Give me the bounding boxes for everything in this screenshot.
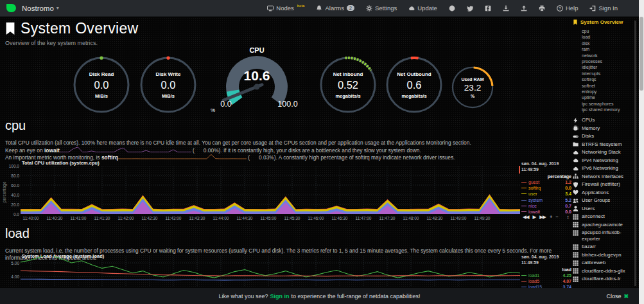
sidebar-item-apacheguacamole[interactable]: apacheguacamole	[573, 220, 637, 229]
grid-icon	[573, 260, 579, 266]
legend-row-load1[interactable]: load14.25	[521, 273, 573, 278]
nav-item-alarms[interactable]: Alarms2	[310, 4, 360, 12]
sidebar-item-bazarr[interactable]: bazarr	[573, 243, 637, 251]
grid-icon	[573, 268, 579, 274]
gauge-cpu[interactable]: CPU 10.6 0.0 100.0 %	[207, 46, 307, 109]
sidebar-subitem-uptime[interactable]: uptime	[582, 94, 637, 100]
chevron-down-icon[interactable]: ▾	[57, 5, 59, 11]
sidebar-item-users[interactable]: Users	[573, 204, 637, 213]
sidebar-item-binhex-delugevpn[interactable]: binhex-delugevpn	[573, 251, 637, 259]
sidebar-subitem-entropy[interactable]: entropy	[582, 89, 637, 94]
sidebar-item-label: binhex-delugevpn	[582, 252, 622, 258]
nav-item-signin[interactable]: Sign In	[584, 4, 623, 12]
sidebar-item-firewall-netfilter-[interactable]: Firewall (netfilter)	[573, 181, 637, 189]
sidebar-item-ipv6-networking[interactable]: IPv6 Networking	[573, 165, 637, 173]
sidebar-item-btrfs-filesystem[interactable]: BTRFS filesystem	[573, 140, 637, 148]
hostname-dropdown[interactable]: Nostromo	[22, 4, 54, 12]
sidebar-item-cpus[interactable]: CPUs	[573, 116, 637, 125]
legend-series-name: nice	[528, 204, 537, 208]
nav-item-help[interactable]: ?Help	[551, 4, 584, 12]
sidebar-item-apcupsd-influxdb-exporter[interactable]: apcupsd-influxdb-exporter	[573, 229, 637, 243]
sidebar-item-memory[interactable]: Memory	[573, 124, 637, 132]
gauge-disk-write[interactable]: Disk Write 0.0 MiB/s	[139, 55, 198, 114]
legend-row-load5[interactable]: load54.07	[521, 278, 573, 284]
gauge-used-ram[interactable]: Used RAM 23.2 %	[451, 66, 494, 109]
sidebar-subitem-ipc-semaphores[interactable]: ipc semaphores	[582, 101, 637, 107]
sidebar-subitem-ipc-shared-memory[interactable]: ipc shared memory	[582, 107, 637, 112]
play-icon[interactable]: ▶	[533, 214, 536, 220]
sidebar-item-system-overview[interactable]: System Overview	[573, 19, 637, 25]
skip-forward-icon[interactable]: ▶▶	[539, 214, 546, 220]
sidebar-subitem-network[interactable]: network	[582, 53, 637, 58]
gauge-label: Used RAM	[461, 77, 483, 82]
nav-item-twitter[interactable]	[461, 5, 479, 12]
sidebar-subitem-softirqs[interactable]: softirqs	[582, 76, 637, 82]
gauge-net-inbound[interactable]: Net Inbound 0.52 megabits/s	[318, 55, 378, 114]
netdata-logo-icon[interactable]	[6, 4, 16, 12]
sidebar-subitem-interrupts[interactable]: interrupts	[582, 71, 637, 76]
axis-tick-label: 40.0	[3, 193, 19, 197]
nav-item-download[interactable]	[497, 5, 515, 12]
zoom-out-icon[interactable]: −	[555, 214, 557, 220]
sidebar-item-label: Networking Stack	[582, 149, 621, 156]
sidebar-item-label: User Groups	[582, 197, 610, 204]
scrollbar-thumb[interactable]	[640, 17, 643, 91]
sidebar-subitem-processes[interactable]: processes	[582, 58, 637, 64]
nav-item-facebook[interactable]	[479, 5, 497, 12]
skip-back-icon[interactable]: ◀◀	[523, 214, 529, 220]
sidebar-item-applications[interactable]: Applications	[573, 188, 637, 197]
sidebar-item-cloudflare-ddns-tr[interactable]: cloudflare-ddns-tr	[573, 275, 637, 283]
legend-row-nice[interactable]: nice0.7	[521, 203, 573, 209]
load-chart-legend: søn. 04. aug. 2019 11:49:59 load load14.…	[521, 255, 573, 291]
sidebar-subitem-load[interactable]: load	[582, 34, 637, 40]
sidebar-subitem-ram[interactable]: ram	[582, 46, 637, 52]
sidebar-subitem-cpu[interactable]: cpu	[582, 28, 637, 34]
cpu-chart-plot[interactable]	[21, 166, 520, 214]
sidebar-item-user-groups[interactable]: User Groups	[573, 197, 637, 205]
nav-item-github[interactable]	[443, 5, 461, 12]
nav-item-update[interactable]: Update	[403, 4, 443, 12]
sidebar-item-disks[interactable]: Disks	[573, 132, 637, 141]
resize-icon[interactable]: ↕	[567, 214, 570, 220]
sidebar-item-label: cloudflare-ddns-tr	[582, 276, 621, 282]
legend-swatch	[521, 200, 527, 201]
legend-row-softirq[interactable]: softirq0.0	[521, 185, 573, 191]
cloud-icon	[573, 150, 579, 156]
page-scrollbar[interactable]	[639, 0, 644, 304]
sidebar-item-calibreweb[interactable]: calibreweb	[573, 259, 637, 267]
sidebar-subitem-idlejitter[interactable]: idlejitter	[582, 64, 637, 70]
axis-tick-label: 5.00	[3, 261, 19, 265]
footer-close-button[interactable]: Close ✖	[606, 293, 629, 300]
gauge-net-outbound[interactable]: Net Outbound 0.6 megabits/s	[385, 55, 444, 114]
gauge-label: Disk Read	[89, 71, 114, 77]
gauge-disk-read[interactable]: Disk Read 0.0 MiB/s	[72, 55, 131, 114]
nav-item-print[interactable]	[533, 5, 551, 12]
sidebar-item-networking-stack[interactable]: Networking Stack	[573, 148, 637, 157]
sidebar-item-airconnect[interactable]: airconnect	[573, 213, 637, 221]
nav-item-settings[interactable]: Settings	[360, 4, 403, 12]
sidebar-item-label: Disks	[582, 133, 594, 139]
legend-series-value: 0.7	[565, 204, 573, 208]
sidebar-item-ipv4-networking[interactable]: IPv4 Networking	[573, 156, 637, 165]
legend-row-guest[interactable]: guest1.2	[521, 179, 573, 185]
sidebar-subitem-softnet[interactable]: softnet	[582, 83, 637, 89]
sidebar-item-network-interfaces[interactable]: Network Interfaces	[573, 172, 637, 181]
grid-icon	[573, 214, 579, 220]
axis-tick-label: 100.0	[3, 164, 19, 168]
legend-row-user[interactable]: user3.4	[521, 191, 573, 197]
nav-item-nodes[interactable]: Nodesbeta	[261, 4, 310, 12]
sidebar-item-label: bazarr	[582, 244, 596, 250]
sidebar-item-cloudflare-ddns-glix[interactable]: cloudflare-ddns-glix	[573, 267, 637, 275]
load-chart-plot[interactable]	[21, 256, 520, 287]
sidebar-scrollbar[interactable]	[634, 21, 636, 286]
nav-item-upload[interactable]	[515, 5, 533, 12]
sidebar-subitem-disk[interactable]: disk	[582, 40, 637, 46]
gauge-value: 0.6	[407, 79, 422, 91]
hard-drive-icon	[573, 134, 579, 139]
legend-time: 11:49:59	[521, 167, 573, 173]
legend-row-system[interactable]: system5.2	[521, 197, 573, 203]
footer-signin-link[interactable]: Sign in	[270, 293, 289, 300]
zoom-in-icon[interactable]: +	[550, 214, 552, 220]
heartbeat-icon	[573, 190, 579, 195]
page-header: System Overview	[5, 20, 138, 37]
